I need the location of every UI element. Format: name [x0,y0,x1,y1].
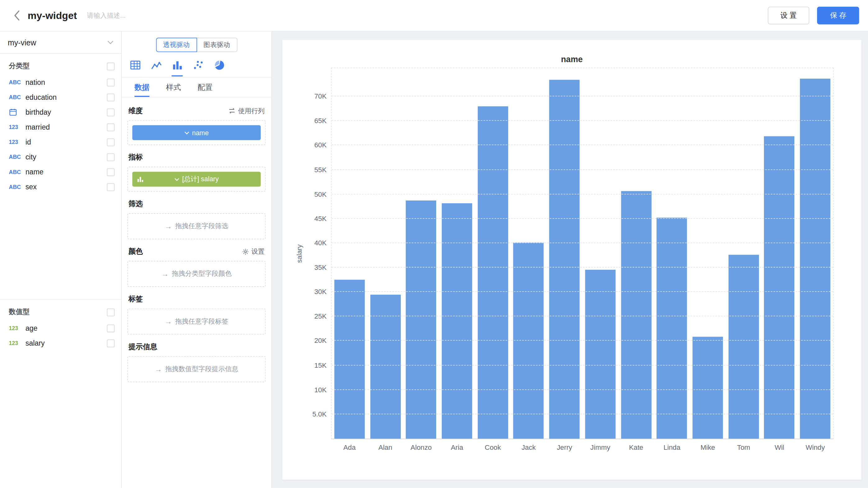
field-checkbox[interactable] [107,183,115,191]
field-label: age [26,324,107,332]
field-item-nation[interactable]: ABCnation [0,75,121,90]
config-panel: 透视驱动 图表驱动 [122,32,272,488]
tab-config[interactable]: 配置 [197,78,213,97]
label-dropzone[interactable]: → 拖拽任意字段标签 [127,309,266,335]
gridline [332,316,833,316]
field-checkbox[interactable] [107,78,115,86]
gridline [332,120,833,121]
field-checkbox[interactable] [107,153,115,161]
field-checkbox[interactable] [107,123,115,131]
bar-slot [547,68,582,438]
bar-Alonzo[interactable] [406,201,436,438]
bar-Ada[interactable] [334,280,365,438]
panel-toolbar: 透视驱动 图表驱动 [122,32,271,78]
field-item-id[interactable]: 123id [0,134,121,150]
chart-title: name [282,54,862,64]
field-checkbox[interactable] [107,324,115,332]
x-tick-label: Alonzo [403,444,439,451]
body-row: my-view 分类型 ABCnationABCeducationbirthda… [0,32,868,488]
x-tick-label: Jerry [547,444,582,451]
x-tick-label: Kate [618,444,654,451]
settings-button[interactable]: 设 置 [768,6,810,24]
bar-Windy[interactable] [800,79,830,438]
bar-Tom[interactable] [728,255,759,438]
scatter-chart-icon[interactable] [192,59,204,71]
line-chart-icon[interactable] [150,59,162,71]
mode-pivot-driven[interactable]: 透视驱动 [156,38,197,52]
tab-data[interactable]: 数据 [134,78,149,97]
y-tick-label: 50K [314,190,327,198]
field-checkbox[interactable] [107,108,115,116]
bar-Wil[interactable] [764,136,795,438]
x-tick-label: Windy [798,444,833,451]
field-label: name [26,168,107,176]
bar-chart-icon[interactable] [171,59,183,71]
y-tick-label: 15K [314,362,327,369]
description-input[interactable] [87,11,220,19]
y-axis-title: salary [296,244,304,263]
field-checkbox[interactable] [107,93,115,101]
color-section-title: 颜色 [128,246,143,256]
y-tick-label: 35K [314,264,327,271]
metric-dropzone[interactable]: [总计] salary [127,166,266,191]
number-type-icon: 123 [9,325,26,331]
dataset-select[interactable]: my-view [0,32,121,54]
save-button[interactable]: 保 存 [817,6,859,24]
numeric-group-header: 数值型 [0,300,121,321]
bar-Linda[interactable] [657,218,687,438]
bar-slot [368,68,403,438]
pie-chart-icon[interactable] [213,59,225,71]
field-label: salary [26,339,107,347]
text-type-icon: ABC [9,154,26,160]
field-label: sex [26,183,107,191]
text-type-icon: ABC [9,79,26,86]
field-item-salary[interactable]: 123salary [0,336,121,350]
dataset-select-value: my-view [8,38,36,47]
field-label: nation [26,78,107,86]
field-item-age[interactable]: 123age [0,321,121,336]
mode-chart-driven[interactable]: 图表驱动 [196,38,237,52]
tab-style[interactable]: 样式 [166,78,181,97]
numeric-group-checkbox[interactable] [107,308,115,316]
gridline [332,145,833,146]
bar-Mike[interactable] [692,337,723,439]
color-dropzone[interactable]: → 拖拽分类型字段颜色 [127,261,266,287]
use-rows-columns-action[interactable]: 使用行列 [228,106,265,115]
bar-Kate[interactable] [621,191,651,439]
bar-Jimmy[interactable] [585,270,615,438]
categorical-group-label: 分类型 [9,62,30,71]
bar-slot [690,68,726,438]
gridline [332,389,833,390]
field-item-city[interactable]: ABCcity [0,150,121,164]
number-type-icon: 123 [9,340,26,346]
drag-arrow-icon: → [165,222,172,231]
field-checkbox[interactable] [107,138,115,146]
field-item-education[interactable]: ABCeducation [0,90,121,105]
filter-dropzone[interactable]: → 拖拽任意字段筛选 [127,213,266,239]
field-item-birthday[interactable]: birthday [0,105,121,120]
bar-slot [511,68,547,438]
chart-type-selector [122,52,271,77]
back-button[interactable] [9,8,25,23]
field-checkbox[interactable] [107,168,115,176]
dimension-dropzone[interactable]: name [127,120,266,145]
table-chart-icon[interactable] [129,59,141,71]
bar-Jerry[interactable] [549,80,580,438]
bar-slot [762,68,797,438]
field-item-sex[interactable]: ABCsex [0,179,121,194]
metric-pill-salary[interactable]: [总计] salary [132,172,261,186]
field-checkbox[interactable] [107,339,115,347]
bar-Cook[interactable] [477,106,508,438]
bar-Aria[interactable] [442,204,472,438]
field-item-married[interactable]: 123married [0,120,121,134]
dimension-pill-name[interactable]: name [132,125,261,140]
field-label: id [26,138,107,146]
y-tick-label: 25K [314,313,327,321]
y-tick-label: 55K [314,166,327,174]
y-tick-label: 65K [314,117,327,125]
field-item-name[interactable]: ABCname [0,164,121,179]
tooltip-section-title: 提示信息 [128,342,157,352]
categorical-group-checkbox[interactable] [107,62,115,70]
tooltip-dropzone[interactable]: → 拖拽数值型字段提示信息 [127,356,266,382]
color-settings-action[interactable]: 设置 [242,247,265,256]
